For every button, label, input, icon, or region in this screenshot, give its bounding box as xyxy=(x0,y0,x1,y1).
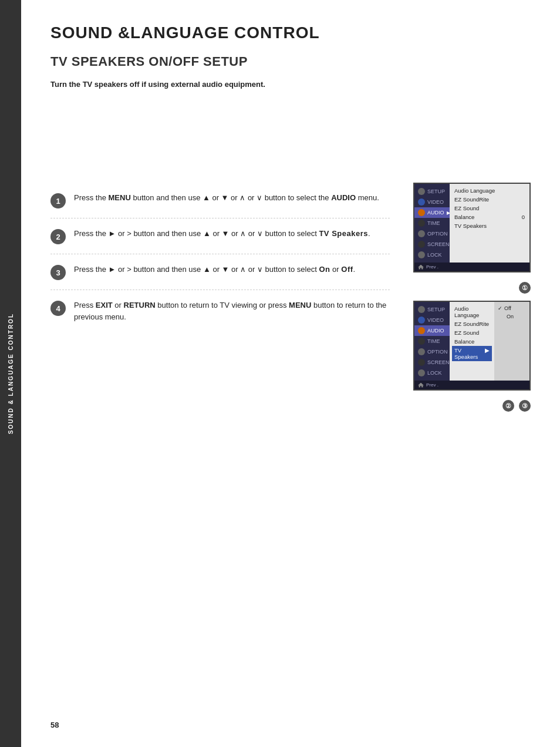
home-icon-2 xyxy=(418,383,424,388)
sub-right-audio-lang: Audio Language xyxy=(454,304,490,319)
menu-left-screen: SCREEN xyxy=(414,239,450,250)
menu-keyword-2: MENU xyxy=(289,301,311,309)
indicator-1: ① xyxy=(519,282,531,294)
return-keyword: RETURN xyxy=(124,301,156,309)
step-3-number: 3 xyxy=(50,265,66,280)
sub-option: OPTION xyxy=(414,346,450,357)
step-2-number: 2 xyxy=(50,229,66,244)
step-4-number: 4 xyxy=(50,301,66,316)
tv-screen-2-footer: Prev . xyxy=(414,381,529,389)
step-1-text: Press the MENU button and then use ▲ or … xyxy=(74,192,379,204)
sub-setup: SETUP xyxy=(414,304,450,315)
tv-screen-2: SETUP VIDEO AUDIO TIME OPTION SCREEN LOC… xyxy=(413,301,531,391)
tv-screen-1-inner: SETUP VIDEO AUDIO▶ TIME OPTION SCREEN LO… xyxy=(414,184,529,263)
main-content: SOUND &LANGUAGE CONTROL TV SPEAKERS ON/O… xyxy=(21,0,560,747)
menu-left-audio: AUDIO▶ xyxy=(414,207,450,218)
audio-keyword: AUDIO xyxy=(331,193,356,202)
tv-speakers-keyword: TV Speakers xyxy=(319,229,368,238)
menu-left-option: OPTION xyxy=(414,228,450,239)
step-3-text: Press the ► or > button and then use ▲ o… xyxy=(74,264,355,275)
step-4-text: Press EXIT or RETURN button to return to… xyxy=(74,300,390,323)
menu-left-lock: LOCK xyxy=(414,250,450,260)
footer-text-1: Prev . xyxy=(426,264,438,270)
audio-icon xyxy=(418,209,425,216)
tv-screen-2-inner: SETUP VIDEO AUDIO TIME OPTION SCREEN LOC… xyxy=(414,302,529,381)
home-icon xyxy=(418,265,424,270)
tv-sub-left: SETUP VIDEO AUDIO TIME OPTION SCREEN LOC… xyxy=(414,302,450,381)
option-icon xyxy=(418,230,425,237)
tv-sub-right: Audio Language EZ SoundRite EZ Sound Bal… xyxy=(450,302,494,381)
sub-right-ez-sound: EZ Sound xyxy=(454,328,490,337)
screen-2-indicators: ② ③ xyxy=(502,400,531,412)
menu-left-video: VIDEO xyxy=(414,197,450,207)
tv-sub-right-outer: Audio Language EZ SoundRite EZ Sound Bal… xyxy=(450,302,529,381)
footer-text-2: Prev . xyxy=(426,382,438,388)
check-icon: ✓ xyxy=(498,305,502,311)
sub-video-icon xyxy=(418,317,425,324)
intro-text: Turn the TV speakers off if using extern… xyxy=(50,80,531,89)
page-title: SOUND &LANGUAGE CONTROL xyxy=(50,23,531,42)
screens-column: SETUP VIDEO AUDIO▶ TIME OPTION SCREEN LO… xyxy=(407,183,531,412)
sub-video: VIDEO xyxy=(414,315,450,325)
off-keyword: Off xyxy=(341,265,353,274)
menu-keyword: MENU xyxy=(109,193,131,202)
setup-icon xyxy=(418,188,425,195)
sub-right-balance: Balance xyxy=(454,337,490,346)
step-3: 3 Press the ► or > button and then use ▲… xyxy=(50,254,390,290)
step-1-number: 1 xyxy=(50,193,66,208)
exit-keyword: EXIT xyxy=(96,301,113,309)
step-4: 4 Press EXIT or RETURN button to return … xyxy=(50,290,390,332)
sub-screen: SCREEN xyxy=(414,357,450,368)
sidebar: SOUND & LANGUAGE CONTROL xyxy=(0,0,21,747)
sub-audio: AUDIO xyxy=(414,325,450,336)
sub-time: TIME xyxy=(414,336,450,346)
menu-left-setup: SETUP xyxy=(414,186,450,197)
sub-lock: LOCK xyxy=(414,368,450,378)
sub-right-ez-soundrite: EZ SoundRite xyxy=(454,319,490,328)
screen-icon xyxy=(418,241,425,248)
sub-lock-icon xyxy=(418,369,425,376)
sub-screen-icon xyxy=(418,359,425,366)
indicator-2: ② xyxy=(502,400,514,412)
steps-and-screens: 1 Press the MENU button and then use ▲ o… xyxy=(50,183,531,412)
indicator-3: ③ xyxy=(519,400,531,412)
time-icon xyxy=(418,220,425,227)
tv-menu-right-1: Audio Language EZ SoundRite EZ Sound Bal… xyxy=(450,184,529,263)
section-title: TV SPEAKERS ON/OFF SETUP xyxy=(50,54,531,69)
right-ez-soundrite: EZ SoundRite xyxy=(454,195,525,204)
on-keyword: On xyxy=(319,265,330,274)
steps-column: 1 Press the MENU button and then use ▲ o… xyxy=(50,183,390,332)
step-2: 2 Press the ► or > button and then use ▲… xyxy=(50,218,390,254)
right-balance: Balance0 xyxy=(454,213,525,221)
tv-sub-submenu: ✓Off On xyxy=(494,302,529,381)
lock-icon xyxy=(418,251,425,258)
sidebar-label: SOUND & LANGUAGE CONTROL xyxy=(8,313,14,434)
sub-on: On xyxy=(498,312,526,321)
sub-time-icon xyxy=(418,338,425,345)
menu-left-time: TIME xyxy=(414,218,450,228)
step-1: 1 Press the MENU button and then use ▲ o… xyxy=(50,183,390,218)
page-number: 58 xyxy=(50,721,59,729)
sub-right-tv-speakers: TV Speakers▶ xyxy=(452,346,492,361)
sub-audio-icon xyxy=(418,327,425,334)
video-icon xyxy=(418,198,425,206)
sub-option-icon xyxy=(418,348,425,355)
tv-screen-1-footer: Prev . xyxy=(414,263,529,271)
right-audio-language: Audio Language xyxy=(454,186,525,195)
screen-1-indicator: ① xyxy=(519,282,531,294)
right-ez-sound: EZ Sound xyxy=(454,204,525,213)
tv-menu-left-1: SETUP VIDEO AUDIO▶ TIME OPTION SCREEN LO… xyxy=(414,184,450,263)
sub-off: ✓Off xyxy=(498,304,526,312)
right-tv-speakers: TV Speakers xyxy=(454,221,525,230)
step-2-text: Press the ► or > button and then use ▲ o… xyxy=(74,228,370,240)
sub-setup-icon xyxy=(418,306,425,313)
tv-screen-1: SETUP VIDEO AUDIO▶ TIME OPTION SCREEN LO… xyxy=(413,183,531,272)
